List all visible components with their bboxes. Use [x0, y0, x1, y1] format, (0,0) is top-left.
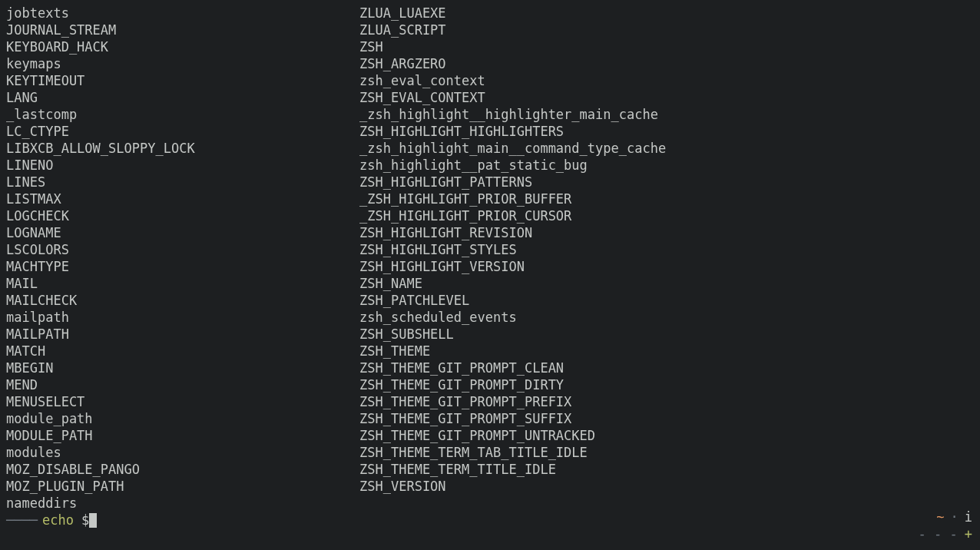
completion-item[interactable]: ZSH_VERSION — [359, 478, 974, 495]
completion-item[interactable]: ZSH_HIGHLIGHT_REVISION — [359, 224, 974, 241]
completion-item[interactable]: ZSH_PATCHLEVEL — [359, 292, 974, 309]
completion-item[interactable]: ZSH_THEME — [359, 343, 974, 359]
completion-item[interactable]: ZLUA_SCRIPT — [359, 22, 974, 38]
completion-item[interactable]: LC_CTYPE — [6, 123, 359, 140]
status-plus-icon: + — [965, 525, 972, 542]
completion-item[interactable]: ZSH_EVAL_CONTEXT — [359, 89, 974, 106]
completion-item[interactable]: modules — [6, 444, 359, 461]
completion-item[interactable]: MATCH — [6, 343, 359, 359]
completion-item[interactable]: MAILPATH — [6, 326, 359, 343]
completion-item[interactable]: zsh_highlight__pat_static_bug — [359, 157, 974, 174]
completion-item[interactable]: ZSH_THEME_TERM_TAB_TITLE_IDLE — [359, 444, 974, 461]
completion-item[interactable]: keymaps — [6, 55, 359, 72]
completion-item[interactable]: LOGNAME — [6, 224, 359, 241]
completion-item[interactable]: ZSH_THEME_GIT_PROMPT_PREFIX — [359, 393, 974, 410]
completion-item[interactable]: _lastcomp — [6, 106, 359, 123]
completion-item[interactable]: MENUSELECT — [6, 393, 359, 410]
completion-item[interactable]: ZSH_HIGHLIGHT_HIGHLIGHTERS — [359, 123, 974, 140]
completion-item[interactable]: ZSH_THEME_GIT_PROMPT_UNTRACKED — [359, 427, 974, 444]
completion-item[interactable]: zsh_scheduled_events — [359, 309, 974, 326]
completion-item[interactable]: ZSH_THEME_GIT_PROMPT_DIRTY — [359, 376, 974, 393]
cursor-block — [89, 513, 97, 528]
completion-item[interactable]: mailpath — [6, 309, 359, 326]
completion-item[interactable]: ZSH_HIGHLIGHT_VERSION — [359, 258, 974, 275]
completion-item[interactable]: ZSH_THEME_GIT_PROMPT_CLEAN — [359, 359, 974, 376]
completion-item[interactable]: module_path — [6, 410, 359, 427]
completion-item[interactable]: LINES — [6, 174, 359, 191]
completion-item[interactable]: ZSH_HIGHLIGHT_PATTERNS — [359, 174, 974, 191]
completion-item[interactable]: ZLUA_LUAEXE — [359, 5, 974, 22]
completion-list: jobtextsJOURNAL_STREAMKEYBOARD_HACKkeyma… — [6, 5, 974, 512]
completion-item[interactable]: MACHTYPE — [6, 258, 359, 275]
prompt-prefix-dashes: ──── — [6, 512, 38, 528]
completion-item[interactable]: ZSH_THEME_TERM_TITLE_IDLE — [359, 461, 974, 478]
completion-item[interactable]: ZSH_SUBSHELL — [359, 326, 974, 343]
completion-item[interactable]: nameddirs — [6, 495, 359, 512]
prompt-command: echo — [42, 512, 74, 528]
completion-item[interactable]: ZSH — [359, 38, 974, 55]
completion-item[interactable]: _ZSH_HIGHLIGHT_PRIOR_CURSOR — [359, 207, 974, 224]
completion-item[interactable]: LSCOLORS — [6, 241, 359, 258]
completion-item[interactable]: LINENO — [6, 157, 359, 174]
completion-item[interactable]: KEYTIMEOUT — [6, 72, 359, 89]
completion-item[interactable]: JOURNAL_STREAM — [6, 22, 359, 38]
completion-item[interactable]: MAILCHECK — [6, 292, 359, 309]
completion-item[interactable]: ZSH_ARGZERO — [359, 55, 974, 72]
completion-item[interactable]: MODULE_PATH — [6, 427, 359, 444]
completion-item[interactable]: ZSH_HIGHLIGHT_STYLES — [359, 241, 974, 258]
completion-item[interactable]: KEYBOARD_HACK — [6, 38, 359, 55]
completion-item[interactable]: MOZ_DISABLE_PANGO — [6, 461, 359, 478]
prompt-argument: $ — [81, 512, 89, 528]
completion-item[interactable]: LIBXCB_ALLOW_SLOPPY_LOCK — [6, 140, 359, 157]
completion-item[interactable]: MAIL — [6, 275, 359, 292]
terminal-window[interactable]: jobtextsJOURNAL_STREAMKEYBOARD_HACKkeyma… — [0, 0, 980, 550]
status-right-line1: ~ · i — [936, 509, 972, 525]
completion-item[interactable]: jobtexts — [6, 5, 359, 22]
completion-item[interactable]: zsh_eval_context — [359, 72, 974, 89]
status-separator-dot: · — [951, 509, 958, 525]
status-vi-mode: i — [965, 509, 972, 525]
completion-item[interactable]: LISTMAX — [6, 191, 359, 207]
completion-item[interactable]: LOGCHECK — [6, 207, 359, 224]
status-cwd: ~ — [936, 509, 944, 525]
status-dashes: - - - — [919, 525, 958, 542]
completion-item[interactable]: _ZSH_HIGHLIGHT_PRIOR_BUFFER — [359, 191, 974, 207]
status-right-line2: - - - + — [916, 525, 972, 542]
completion-item[interactable]: MEND — [6, 376, 359, 393]
completion-item[interactable]: ZSH_THEME_GIT_PROMPT_SUFFIX — [359, 410, 974, 427]
completion-item[interactable]: MOZ_PLUGIN_PATH — [6, 478, 359, 495]
prompt-line[interactable]: ──── echo $ — [6, 512, 974, 528]
completion-item[interactable]: _zsh_highlight__highlighter_main_cache — [359, 106, 974, 123]
completion-item[interactable]: MBEGIN — [6, 359, 359, 376]
completion-item[interactable]: _zsh_highlight_main__command_type_cache — [359, 140, 974, 157]
completion-item[interactable]: ZSH_NAME — [359, 275, 974, 292]
completion-item[interactable]: LANG — [6, 89, 359, 106]
